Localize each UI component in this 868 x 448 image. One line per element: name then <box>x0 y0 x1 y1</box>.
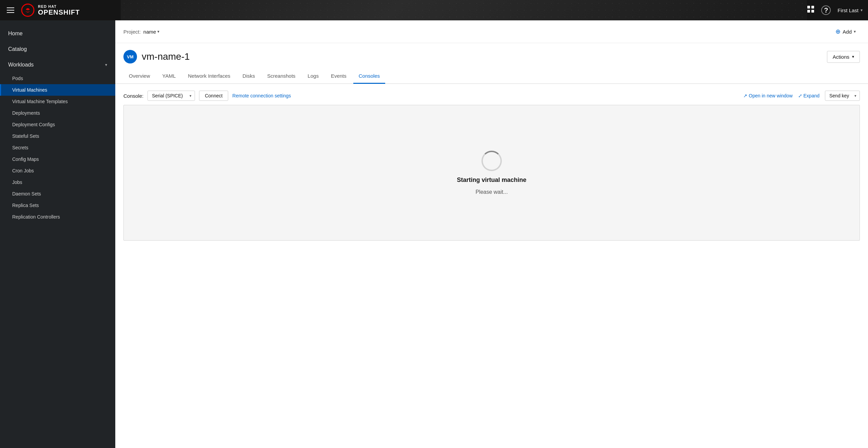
external-link-icon: ↗ <box>743 93 747 98</box>
sidebar-item-deployment-configs[interactable]: Deployment Configs <box>0 119 115 130</box>
add-chevron-icon: ▾ <box>854 29 856 34</box>
send-key-wrapper: Send key ▾ <box>825 91 860 101</box>
user-menu[interactable]: First Last ▾ <box>837 7 863 13</box>
remote-connection-link[interactable]: Remote connection settings <box>232 93 291 98</box>
sidebar-item-jobs[interactable]: Jobs <box>0 176 115 188</box>
sidebar-item-config-maps[interactable]: Config Maps <box>0 153 115 165</box>
sidebar-item-secrets[interactable]: Secrets <box>0 142 115 153</box>
svg-rect-4 <box>811 10 814 13</box>
tab-logs[interactable]: Logs <box>302 69 324 84</box>
loading-spinner <box>481 151 502 171</box>
sidebar-section-workloads[interactable]: Workloads ▾ <box>0 57 115 73</box>
vm-badge: VM <box>123 50 137 63</box>
console-type-select[interactable]: Serial (SPICE) VNC Desktop viewer <box>147 91 195 101</box>
topbar-left: RED HAT OPENSHIFT <box>5 3 121 17</box>
sidebar-workloads-subitems: Pods Virtual Machines Virtual Machine Te… <box>0 73 115 223</box>
topbar-right: ? First Last ▾ <box>807 5 863 15</box>
logo-text-bottom: OPENSHIFT <box>38 8 80 16</box>
sidebar-item-cron-jobs[interactable]: Cron Jobs <box>0 165 115 176</box>
vm-header: VM vm-name-1 Actions ▾ <box>115 43 868 63</box>
expand-link[interactable]: ⤢ Expand <box>798 93 820 98</box>
vm-title-area: VM vm-name-1 <box>123 50 190 63</box>
sidebar: Home Catalog Workloads ▾ Pods Virtual Ma… <box>0 20 115 448</box>
console-display: Starting virtual machine Please wait... <box>123 105 860 241</box>
project-name[interactable]: name ▾ <box>143 29 160 35</box>
logo-text-top: RED HAT <box>38 4 80 8</box>
tab-overview[interactable]: Overview <box>123 69 156 84</box>
hamburger-menu-icon[interactable] <box>5 6 16 14</box>
sidebar-item-deployments[interactable]: Deployments <box>0 107 115 119</box>
sidebar-item-replication-controllers[interactable]: Replication Controllers <box>0 211 115 223</box>
topbar-background <box>121 0 807 20</box>
sidebar-item-virtual-machine-templates[interactable]: Virtual Machine Templates <box>0 96 115 107</box>
user-label: First Last <box>837 7 859 13</box>
tab-yaml[interactable]: YAML <box>157 69 181 84</box>
tab-network-interfaces[interactable]: Network Interfaces <box>182 69 236 84</box>
grid-icon[interactable] <box>807 5 814 15</box>
console-toolbar-right: ↗ Open in new window ⤢ Expand Send key ▾ <box>743 91 860 101</box>
sidebar-item-home[interactable]: Home <box>0 26 115 41</box>
sidebar-item-daemon-sets[interactable]: Daemon Sets <box>0 188 115 200</box>
add-button[interactable]: ⊕ Add ▾ <box>831 26 860 37</box>
project-label: Project: <box>123 29 141 35</box>
actions-button[interactable]: Actions ▾ <box>827 51 860 63</box>
topbar: RED HAT OPENSHIFT ? First Last ▾ <box>0 0 868 20</box>
console-area: Console: Serial (SPICE) VNC Desktop view… <box>115 84 868 448</box>
tab-disks[interactable]: Disks <box>237 69 260 84</box>
sidebar-item-virtual-machines[interactable]: Virtual Machines <box>0 84 115 96</box>
user-menu-chevron: ▾ <box>861 8 863 13</box>
sidebar-item-stateful-sets[interactable]: Stateful Sets <box>0 130 115 142</box>
actions-chevron-icon: ▾ <box>852 54 854 59</box>
vm-name: vm-name-1 <box>142 51 190 62</box>
tabs-bar: Overview YAML Network Interfaces Disks S… <box>115 69 868 84</box>
content-area: Project: name ▾ ⊕ Add ▾ VM vm-name-1 Act… <box>115 20 868 448</box>
add-icon: ⊕ <box>835 28 841 35</box>
svg-rect-1 <box>807 6 810 8</box>
help-icon[interactable]: ? <box>821 5 831 15</box>
main-layout: Home Catalog Workloads ▾ Pods Virtual Ma… <box>0 20 868 448</box>
tab-consoles[interactable]: Consoles <box>353 69 386 84</box>
project-selector: Project: name ▾ <box>123 29 159 35</box>
console-toolbar-left: Console: Serial (SPICE) VNC Desktop view… <box>123 91 291 101</box>
project-bar: Project: name ▾ ⊕ Add ▾ <box>115 20 868 43</box>
sidebar-item-catalog[interactable]: Catalog <box>0 41 115 57</box>
expand-icon: ⤢ <box>798 93 802 98</box>
sidebar-section-top: Home Catalog Workloads ▾ Pods Virtual Ma… <box>0 20 115 225</box>
tab-screenshots[interactable]: Screanshots <box>262 69 301 84</box>
console-status-text: Starting virtual machine <box>457 176 526 184</box>
svg-rect-3 <box>807 10 810 13</box>
project-chevron-icon: ▾ <box>157 29 159 34</box>
console-toolbar: Console: Serial (SPICE) VNC Desktop view… <box>123 91 860 101</box>
grid-svg <box>807 5 814 13</box>
tab-events[interactable]: Events <box>326 69 352 84</box>
logo-text: RED HAT OPENSHIFT <box>38 4 80 16</box>
sidebar-item-replica-sets[interactable]: Replica Sets <box>0 200 115 211</box>
redhat-logo-icon <box>21 3 35 17</box>
send-key-select[interactable]: Send key <box>825 91 860 101</box>
sidebar-item-pods[interactable]: Pods <box>0 73 115 84</box>
svg-rect-2 <box>811 6 814 8</box>
console-wait-text: Please wait... <box>475 189 508 195</box>
console-select-wrapper: Serial (SPICE) VNC Desktop viewer ▾ <box>147 91 195 101</box>
logo-area: RED HAT OPENSHIFT <box>21 3 80 17</box>
connect-button[interactable]: Connect <box>199 91 228 101</box>
open-in-new-window-link[interactable]: ↗ Open in new window <box>743 93 792 98</box>
console-label: Console: <box>123 93 143 99</box>
workloads-chevron-icon: ▾ <box>105 62 107 67</box>
